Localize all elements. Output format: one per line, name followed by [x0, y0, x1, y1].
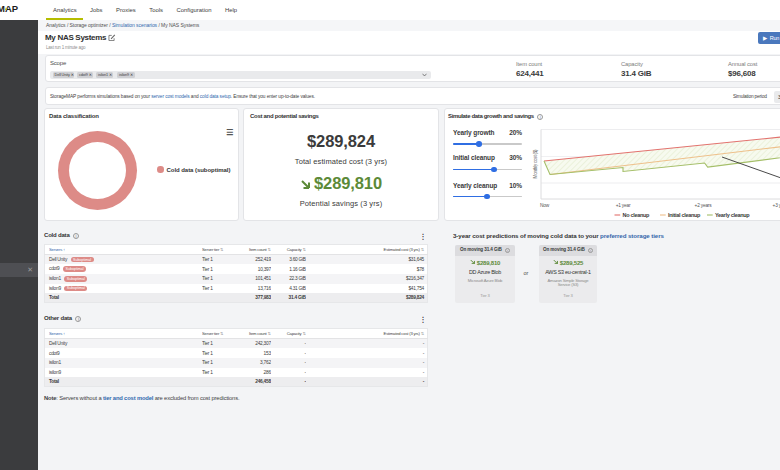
svg-text:Initial cleanup: Initial cleanup [668, 212, 701, 218]
svg-text:Now: Now [540, 203, 550, 208]
svg-text:Monthly cost ($): Monthly cost ($) [533, 149, 538, 179]
svg-text:Yearly cleanup: Yearly cleanup [715, 212, 750, 218]
svg-text:No cleanup: No cleanup [623, 212, 651, 218]
svg-text:+2 years: +2 years [695, 203, 713, 208]
svg-text:+3 years: +3 years [773, 203, 780, 208]
svg-text:+1 year: +1 year [616, 203, 631, 208]
